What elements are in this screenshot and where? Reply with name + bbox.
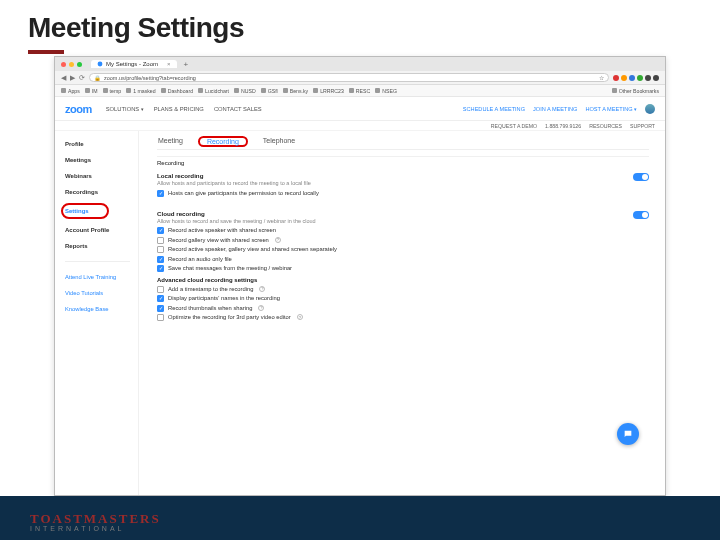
checkbox-label: Record active speaker, gallery view and … [168,246,337,252]
tab-close-icon[interactable]: × [167,61,171,67]
checkbox-thumbnails[interactable]: Record thumbnails when sharing? [157,304,649,312]
checkbox-record-active-speaker[interactable]: Record active speaker with shared screen [157,227,649,235]
section-recording: Recording [157,156,649,169]
ext-icon[interactable] [629,75,635,81]
link-join[interactable]: Join a Meeting [533,106,577,112]
tab-meeting[interactable]: Meeting [157,137,184,146]
checkbox-label: Hosts can give participants the permissi… [168,190,319,196]
browser-window: My Settings - Zoom × + ◀ ▶ ⟳ 🔒 zoom.us/p… [54,56,666,496]
info-icon[interactable]: ? [297,314,303,320]
bookmark-item[interactable]: NUSD [234,88,256,94]
bookmark-item[interactable]: NSEG [375,88,397,94]
bookmark-item[interactable]: RESC [349,88,370,94]
new-tab-button[interactable]: + [184,60,189,69]
bookmark-item[interactable]: Lucidchart [198,88,229,94]
toggle-cloud-recording[interactable] [633,211,649,219]
highlight-ring-settings: Settings [61,203,109,219]
tab-telephone[interactable]: Telephone [262,137,296,146]
bookmark-item[interactable]: IM [85,88,98,94]
nav-solutions[interactable]: Solutions [106,106,144,112]
tab-recording[interactable]: Recording [206,138,240,145]
star-icon[interactable]: ☆ [599,75,604,81]
bookmark-item[interactable]: Dashboard [161,88,193,94]
checkbox-save-chat[interactable]: Save chat messages from the meeting / we… [157,265,649,273]
link-host[interactable]: Host a Meeting [585,106,637,112]
window-close-icon[interactable] [61,62,66,67]
window-min-icon[interactable] [69,62,74,67]
bookmark-item[interactable]: GSfl [261,88,278,94]
nav-contact[interactable]: Contact Sales [214,106,262,112]
extension-icons [613,75,659,81]
checkbox-icon [157,227,164,234]
window-max-icon[interactable] [77,62,82,67]
sidebar-divider [65,261,130,262]
setting-local-recording: Local recording Allow hosts and particip… [157,172,649,186]
chat-fab[interactable] [617,423,639,445]
sidebar-item-reports[interactable]: Reports [65,241,138,251]
checkbox-icon [157,314,164,321]
zoom-logo[interactable]: zoom [65,103,92,115]
info-icon[interactable]: ? [258,305,264,311]
setting-cloud-recording: Cloud recording Allow hosts to record an… [157,210,649,224]
bookmarks-bar: Apps IM temp 1 masked Dashboard Lucidcha… [55,85,665,97]
ext-icon[interactable] [621,75,627,81]
browser-tab[interactable]: My Settings - Zoom × [91,60,177,68]
address-bar[interactable]: 🔒 zoom.us/profile/setting?tab=recording … [89,73,609,82]
link-request-demo[interactable]: Request a Demo [491,123,537,129]
info-icon[interactable]: ? [275,237,281,243]
checkbox-display-names[interactable]: Display participants' names in the recor… [157,295,649,303]
cloud-recording-sub: Allow hosts to record and save the meeti… [157,218,627,224]
info-icon[interactable]: ? [259,286,265,292]
checkbox-audio-only[interactable]: Record an audio only file [157,255,649,263]
sidebar-item-recordings[interactable]: Recordings [65,187,138,197]
reload-button[interactable]: ⟳ [79,74,85,82]
cloud-recording-title: Cloud recording [157,210,627,217]
settings-tabs: Meeting Recording Telephone [157,137,649,150]
zoom-favicon-icon [97,61,103,67]
checkbox-optimize-3rd-party[interactable]: Optimize the recording for 3rd party vid… [157,314,649,322]
nav-plans[interactable]: Plans & Pricing [154,106,204,112]
sidebar-item-meetings[interactable]: Meetings [65,155,138,165]
menu-icon[interactable] [653,75,659,81]
link-resources[interactable]: Resources [589,123,622,129]
bookmark-item[interactable]: LRRRC23 [313,88,344,94]
checkbox-label: Record thumbnails when sharing [168,305,252,311]
browser-titlebar: My Settings - Zoom × + [55,57,665,71]
title-underline [28,50,64,54]
toggle-local-recording[interactable] [633,173,649,181]
zoom-main: Meeting Recording Telephone Recording Lo… [139,131,665,496]
advanced-settings-heading: Advanced cloud recording settings [157,277,649,283]
ext-icon[interactable] [613,75,619,81]
bookmark-item[interactable]: Apps [61,88,80,94]
back-button[interactable]: ◀ [61,74,66,82]
zoom-header: zoom Solutions Plans & Pricing Contact S… [55,97,665,121]
lock-icon: 🔒 [94,75,101,81]
checkbox-timestamp[interactable]: Add a timestamp to the recording? [157,285,649,293]
checkbox-hosts-give-permission[interactable]: Hosts can give participants the permissi… [157,189,649,197]
checkbox-icon [157,190,164,197]
link-schedule[interactable]: Schedule a Meeting [463,106,525,112]
sidebar-item-account[interactable]: Account Profile [65,225,138,235]
checkbox-record-gallery[interactable]: Record gallery view with shared screen? [157,236,649,244]
bookmark-item[interactable]: 1 masked [126,88,156,94]
avatar[interactable] [645,104,655,114]
sidebar-item-settings[interactable]: Settings [65,206,101,216]
sidebar-help-tutorials[interactable]: Video Tutorials [65,288,138,298]
checkbox-record-separately[interactable]: Record active speaker, gallery view and … [157,246,649,254]
bookmark-item[interactable]: Bens.ky [283,88,308,94]
ext-icon[interactable] [645,75,651,81]
ext-icon[interactable] [637,75,643,81]
link-support[interactable]: Support [630,123,655,129]
sidebar-help-training[interactable]: Attend Live Training [65,272,138,282]
bookmark-item[interactable]: temp [103,88,122,94]
sidebar-help-kb[interactable]: Knowledge Base [65,304,138,314]
highlight-ring-recording-tab: Recording [198,136,248,147]
sidebar-item-profile[interactable]: Profile [65,139,138,149]
svg-point-0 [98,62,103,67]
sidebar-item-webinars[interactable]: Webinars [65,171,138,181]
other-bookmarks[interactable]: Other Bookmarks [612,88,659,94]
checkbox-label: Save chat messages from the meeting / we… [168,265,292,271]
checkbox-label: Record an audio only file [168,256,232,262]
checkbox-icon [157,265,164,272]
forward-button[interactable]: ▶ [70,74,75,82]
